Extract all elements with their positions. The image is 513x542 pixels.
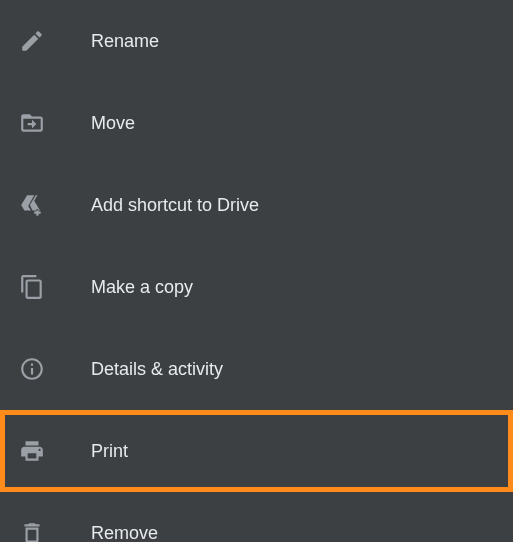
copy-icon [18,273,46,301]
trash-icon [18,519,46,542]
menu-item-remove[interactable]: Remove [0,492,513,542]
menu-item-label: Print [91,441,128,462]
menu-item-label: Remove [91,523,158,543]
folder-move-icon [18,109,46,137]
menu-item-rename[interactable]: Rename [0,0,513,82]
menu-item-make-copy[interactable]: Make a copy [0,246,513,328]
menu-item-label: Rename [91,31,159,52]
menu-item-label: Move [91,113,135,134]
menu-item-label: Add shortcut to Drive [91,195,259,216]
menu-item-label: Make a copy [91,277,193,298]
print-icon [18,437,46,465]
menu-item-print[interactable]: Print [0,410,513,492]
menu-item-move[interactable]: Move [0,82,513,164]
drive-shortcut-icon [18,191,46,219]
pencil-icon [18,27,46,55]
context-menu: Rename Move Add shortcut to Drive Make a… [0,0,513,542]
info-icon [18,355,46,383]
menu-item-details[interactable]: Details & activity [0,328,513,410]
menu-item-label: Details & activity [91,359,223,380]
menu-item-add-shortcut[interactable]: Add shortcut to Drive [0,164,513,246]
